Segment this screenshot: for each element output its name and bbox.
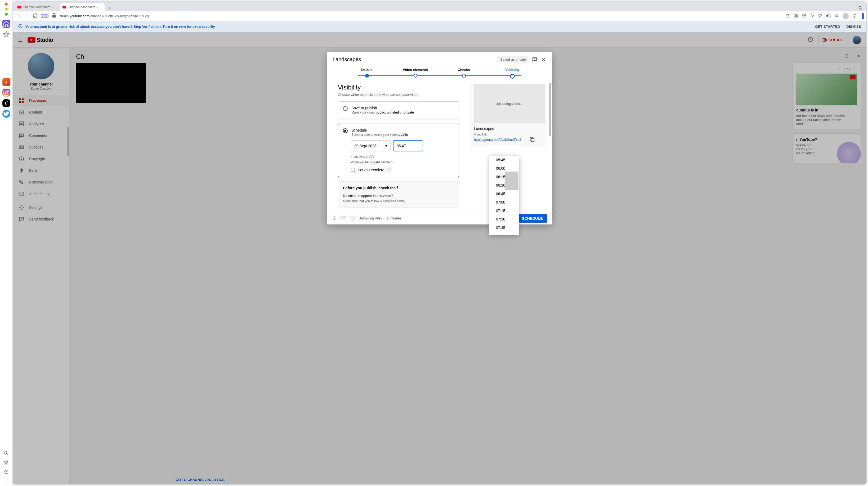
check-shield-icon[interactable] (802, 13, 806, 19)
step-details[interactable]: Details✓ (343, 68, 391, 77)
reload-icon[interactable] (32, 13, 38, 19)
feedback-icon[interactable] (532, 57, 537, 62)
check-title: Before you publish, check the f (343, 186, 454, 190)
video-preview: Uploading video… (474, 84, 545, 123)
browser-tab[interactable]: Channel dashboard – Yo (15, 3, 60, 11)
rail-heart-icon[interactable] (4, 460, 9, 465)
date-picker[interactable]: 29 Sept 2023▾ (351, 140, 391, 152)
tab-search-icon[interactable] (858, 6, 864, 11)
camera-icon[interactable] (794, 13, 798, 19)
svg-point-1 (5, 92, 7, 94)
dismiss-button[interactable]: DISMISS (846, 25, 861, 29)
forward-icon: 〉 (24, 13, 30, 19)
browser-window: Channel dashboard – Yo Channel dashboard… (13, 2, 866, 484)
youtube-icon (62, 6, 66, 8)
url-text[interactable]: studio.youtube.com/channel/UColfGvryJKxj… (60, 14, 783, 18)
sd-badge: SD (341, 217, 346, 220)
check-note: Make sure that you follow our policies h… (343, 199, 454, 203)
modal-header: Landscapes Saved as private (327, 52, 552, 67)
youtube-icon (18, 6, 21, 8)
premiere-row[interactable]: Set as Premiere? (351, 168, 454, 172)
page: Your account is at greater risk of attac… (13, 21, 866, 484)
upload-status-icon (332, 216, 337, 221)
svg-rect-6 (52, 15, 56, 18)
schedule-button[interactable]: SCHEDULE (518, 214, 547, 223)
time-option[interactable]: 07:00 (489, 198, 519, 206)
preview-title: Landscapes (474, 127, 543, 131)
rail-star-icon[interactable] (2, 30, 10, 38)
radio-checked[interactable] (343, 128, 348, 133)
preview-label: Video link (474, 133, 543, 136)
option-subtitle: Make your video public, unlisted or priv… (351, 111, 414, 115)
step-visibility[interactable]: Visibility (488, 68, 536, 78)
upload-modal: Landscapes Saved as private Details✓ Vid… (327, 52, 552, 224)
modal-title: Landscapes (333, 56, 361, 62)
private-note: Video will be private before pu (351, 160, 454, 164)
time-input[interactable]: 05:47 (393, 140, 423, 152)
rail-app-icon[interactable]: ▲ (2, 78, 10, 86)
upload-stepper: Details✓ Video elements Checks Visibilit… (327, 68, 552, 82)
video-link-row: https://youtu.be/2AUh2mdZxo8 (474, 137, 543, 142)
menu-icon[interactable] (835, 13, 839, 19)
step-checks[interactable]: Checks (440, 68, 488, 77)
rail-instagram-icon[interactable] (2, 89, 10, 97)
video-link[interactable]: https://youtu.be/2AUh2mdZxo8 (474, 138, 521, 141)
help-icon[interactable]: ? (369, 155, 374, 159)
rail-more-icon[interactable]: ⋯ (4, 478, 8, 483)
check-question: Do children appear in this video? (343, 194, 454, 198)
help-icon[interactable]: ? (387, 168, 391, 172)
svg-point-11 (827, 15, 829, 17)
time-option[interactable]: 07:15 (489, 206, 519, 215)
rail-play-icon[interactable] (4, 451, 9, 456)
tab-title: Channel dashboard – Yo (23, 5, 57, 9)
window-controls[interactable] (5, 3, 8, 15)
address-bar: 〈 〉 VPN studio.youtube.com/channel/UColf… (13, 11, 866, 21)
tab-strip: Channel dashboard – Yo Channel dashboard… (13, 2, 866, 11)
play-icon[interactable] (810, 13, 814, 19)
extensions-icon[interactable] (852, 13, 857, 19)
svg-point-9 (795, 15, 797, 17)
save-publish-option[interactable]: Save or publish Make your video public, … (338, 101, 459, 119)
scrollbar-thumb[interactable] (505, 171, 519, 190)
time-option[interactable]: 07:30 (489, 215, 519, 223)
security-banner: Your account is at greater risk of attac… (13, 21, 866, 32)
time-option[interactable]: 06:45 (489, 190, 519, 198)
back-icon[interactable]: 〈 (16, 13, 21, 19)
get-started-button[interactable]: GET STARTED (815, 25, 840, 29)
rail-tiktok-icon[interactable] (2, 99, 10, 107)
os-rail: ▲ ⋯ (0, 0, 13, 486)
time-dropdown[interactable]: 05:45 06:00 06:15 06:30 06:45 07:00 07:1… (489, 156, 519, 235)
rail-history-icon[interactable] (4, 469, 9, 475)
new-tab-button[interactable]: + (106, 5, 113, 11)
publish-checks: Before you publish, check the f Do child… (338, 181, 459, 207)
time-option[interactable]: 07:45 (489, 223, 519, 232)
save-status-badge: Saved as private (498, 56, 529, 63)
vpn-badge[interactable]: VPN (41, 14, 49, 18)
browser-tab-active[interactable]: Channel dashboard – Yo (60, 3, 105, 11)
copy-icon[interactable] (529, 137, 535, 142)
rail-home-icon[interactable] (2, 20, 10, 28)
upload-status-text: Uploading 49% ... 2 minutes (359, 216, 402, 220)
schedule-option: Schedule Select a date to make your vide… (338, 124, 459, 177)
chevron-down-icon: ▾ (385, 144, 387, 148)
close-icon[interactable] (541, 57, 547, 62)
sidebar-toggle-icon[interactable] (862, 13, 864, 19)
time-option[interactable]: 05:45 (489, 156, 519, 164)
share-icon[interactable] (785, 13, 790, 19)
lock-icon[interactable] (51, 13, 57, 19)
radio-unchecked[interactable] (343, 106, 348, 111)
scrollbar-thumb[interactable] (549, 83, 551, 136)
modal-body-left: Visibility Choose when to publish and wh… (327, 82, 470, 212)
timezone-row[interactable]: TIME ZONE? (351, 155, 454, 159)
toggle-icon[interactable] (827, 14, 831, 18)
profile-avatar-icon[interactable] (843, 13, 849, 19)
time-option[interactable]: 08:00 (489, 232, 519, 235)
option-title: Save or publish (351, 106, 414, 110)
option-subtitle: Select a date to make your video public (351, 133, 408, 137)
svg-point-5 (859, 6, 861, 9)
rail-twitter-icon[interactable] (2, 110, 10, 118)
checkbox-unchecked[interactable] (351, 168, 355, 172)
step-elements[interactable]: Video elements (391, 68, 440, 77)
heart-icon[interactable] (818, 13, 823, 19)
info-icon (18, 24, 23, 29)
